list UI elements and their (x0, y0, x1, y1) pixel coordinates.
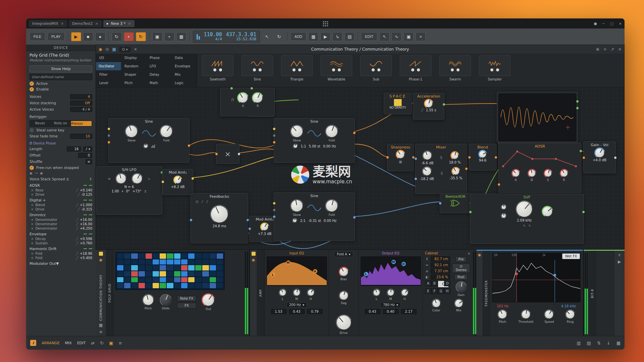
shuffle-button[interactable]: ≡ (86, 159, 92, 164)
device-name-input[interactable]: User-defined name (30, 74, 92, 80)
device-color-swatch[interactable] (252, 252, 256, 256)
port[interactable] (415, 178, 417, 180)
port[interactable] (583, 157, 585, 159)
eq-value[interactable]: 0.43 (365, 309, 380, 314)
metronome-button[interactable]: ▦ (176, 32, 186, 41)
color-knob[interactable] (432, 299, 441, 308)
arranger-follow-icon[interactable]: ↖ (262, 32, 272, 41)
cabinet-value[interactable]: 92.1 cm (431, 262, 450, 267)
category-logic[interactable]: Logic (171, 79, 197, 87)
lock-icon[interactable]: ⊙ (105, 47, 109, 52)
chain-device-bit-8[interactable]: BIT-8 + ▶ (584, 250, 625, 336)
pitch-value[interactable]: -0.31 st (308, 219, 321, 223)
gain-knob[interactable] (594, 147, 605, 158)
category-phase[interactable]: Phase (146, 54, 171, 62)
remove-mod-icon[interactable]: × (31, 207, 34, 211)
port[interactable] (192, 177, 194, 180)
steal-fade-value[interactable]: 10 (70, 134, 92, 139)
category-envelope[interactable]: Envelope (171, 62, 197, 70)
grid-module-gain-vol[interactable]: Gain - Vol +4.0 dB (583, 141, 616, 173)
io-meter-icon[interactable]: ▥ (577, 341, 581, 346)
eq-mid-knob[interactable] (293, 289, 301, 297)
port[interactable] (162, 181, 164, 183)
fx-button[interactable]: FX (177, 303, 196, 308)
cabinet-model-d[interactable]: D (444, 281, 450, 286)
port[interactable] (353, 132, 356, 134)
pan-1-knob[interactable] (450, 151, 459, 160)
cue-loop-icon[interactable]: ↻ (274, 32, 284, 41)
port[interactable] (273, 216, 275, 218)
voices-value[interactable]: 4 (70, 94, 92, 99)
add-instrument-track-icon[interactable]: ▶ (320, 32, 330, 41)
port[interactable] (412, 156, 415, 159)
expand-icon[interactable]: ↗ (611, 47, 614, 52)
category-filter[interactable]: Filter (96, 70, 121, 79)
sag-knob[interactable] (339, 291, 349, 301)
bandpass-icon[interactable]: ∿ (528, 224, 531, 227)
palette-module-wavetable[interactable]: Wavetable (320, 55, 353, 85)
category-lfo[interactable]: LFO (146, 62, 171, 70)
port[interactable] (215, 153, 218, 155)
drive-knob[interactable] (336, 314, 352, 330)
port[interactable] (469, 211, 472, 213)
port[interactable] (576, 100, 579, 103)
low-band-badge[interactable]: L (271, 273, 275, 277)
overdub-button[interactable]: ↻ (112, 32, 122, 41)
fine-knob[interactable] (143, 143, 149, 149)
grid-module-feedbacks[interactable]: Feedbacks ◷ ♪ ♪ 24.8 ms (191, 193, 248, 243)
cabinet-model-f[interactable]: F (431, 288, 438, 294)
attack-knob[interactable] (512, 169, 520, 178)
add-effect-track-icon[interactable]: ↳ (332, 32, 342, 41)
punch-in-button[interactable]: + (164, 32, 174, 41)
remove-mod-icon[interactable]: × (31, 188, 34, 192)
grid-module-sh-lfo[interactable]: S/H LFO ≡ ∿ N = 6 1.00 ▾ 0° +73° ± (96, 166, 162, 215)
tab-close-icon[interactable]: × (95, 21, 98, 26)
chain-device-treemonster[interactable]: ◉ TREEMONSTER 20 (476, 250, 583, 336)
close-editor-icon[interactable]: × (618, 47, 622, 52)
cabinet-model-g[interactable]: G (438, 288, 444, 294)
note-icon[interactable]: ♪ (201, 200, 203, 203)
eq-value[interactable]: 1.53 (271, 309, 286, 314)
port[interactable] (498, 183, 500, 186)
phase-value[interactable]: 0° (126, 189, 130, 193)
glide-knob[interactable] (160, 294, 172, 306)
steps-value[interactable]: N = 6 (96, 185, 162, 189)
module-search-input[interactable]: Q ▾ (119, 47, 130, 52)
mod-amount[interactable]: +1.000 (80, 203, 92, 207)
eq-mid-knob[interactable] (387, 289, 395, 297)
port[interactable] (251, 87, 253, 89)
device-name-strip[interactable]: POLY GRID (106, 250, 113, 336)
file-panel-icon[interactable]: ▤ (587, 341, 591, 346)
cabinet-gain-knob[interactable] (455, 281, 467, 293)
device-name-strip[interactable]: TREEMONSTER (483, 251, 490, 336)
length-value[interactable]: 16 (67, 146, 81, 152)
eq-low-knob[interactable] (373, 289, 381, 297)
record-button[interactable]: ● (95, 32, 105, 41)
time-value[interactable]: 24.8 ms (191, 224, 248, 228)
project-tab-1[interactable]: IntegratedMIX × (29, 20, 67, 27)
port[interactable] (468, 156, 471, 159)
grid-module-beelzexor[interactable]: BeelzeXOR (440, 193, 471, 213)
grid-module-svf[interactable]: SVF 2.09 kHz ∿ ∿ (470, 194, 584, 244)
add-module-icon[interactable]: + (603, 47, 607, 52)
category-mix[interactable]: Mix (171, 70, 197, 79)
grid-module-sine-1[interactable]: Sine Skew Fold (108, 118, 190, 163)
acceleration-value[interactable]: 1.55 s (426, 108, 436, 112)
stretch-tool-icon[interactable]: ∿ (391, 32, 401, 41)
expand-device-icon[interactable]: ≡ (99, 329, 102, 334)
ring-knob[interactable] (565, 309, 575, 319)
enable-checkbox[interactable]: ✓ (30, 87, 34, 92)
eq-high-knob[interactable] (307, 289, 315, 297)
retrigger-option-noteon[interactable]: Note on (50, 121, 71, 126)
mod-amount[interactable]: +0.140 (80, 188, 92, 192)
plusminus-icon[interactable]: ± (144, 189, 147, 193)
mod-amount[interactable]: +0.596 (80, 237, 92, 241)
out-knob[interactable] (202, 293, 215, 307)
pitch-knob[interactable] (497, 309, 507, 319)
attack-knob[interactable] (237, 92, 249, 104)
port[interactable] (415, 158, 417, 160)
device-name-strip[interactable]: BIT-8 (589, 251, 596, 336)
speed-knob[interactable] (544, 309, 554, 319)
grid-view-icon[interactable]: ▦ (112, 47, 116, 52)
view-edit-button[interactable]: EDIT (77, 341, 86, 345)
